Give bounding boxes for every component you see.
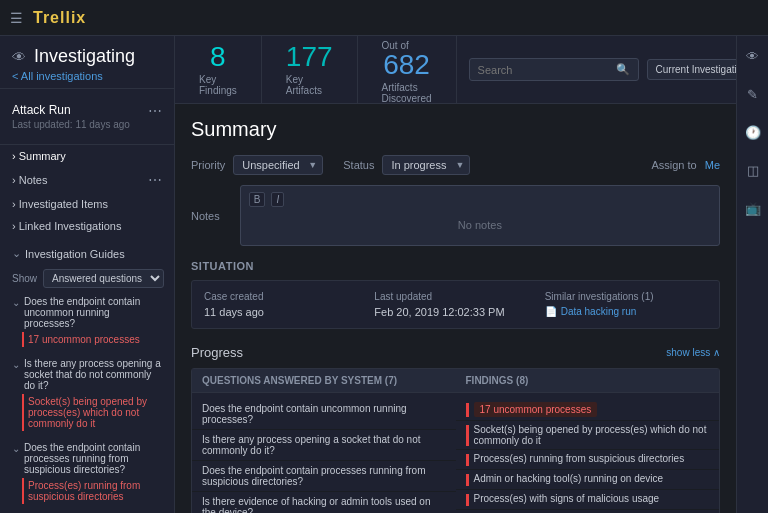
sidebar-item-investigated-items[interactable]: › Investigated Items xyxy=(0,193,174,215)
guide-chevron-icon-2: ⌄ xyxy=(12,359,20,370)
guide-item-1: ⌄ Does the endpoint contain uncommon run… xyxy=(0,292,174,354)
notes-section: Notes B I No notes xyxy=(191,185,720,246)
main-content: 8 Key Findings 177 Key Artifacts Out of … xyxy=(175,36,736,513)
icon-bar-grid[interactable]: ◫ xyxy=(741,158,765,182)
guide-question-1[interactable]: ⌄ Does the endpoint contain uncommon run… xyxy=(12,296,162,329)
case-created-value: 11 days ago xyxy=(204,306,366,318)
artifacts-discovered-label: Artifacts Discovered xyxy=(382,82,432,104)
similar-investigation-link[interactable]: 📄 Data hacking run xyxy=(545,306,707,317)
finding-bar-2 xyxy=(466,425,469,446)
finding-text-4: Admin or hacking tool(s) running on devi… xyxy=(474,473,664,484)
finding-bar-5 xyxy=(466,494,469,506)
icon-bar-edit[interactable]: ✎ xyxy=(741,82,765,106)
show-filter-label: Show xyxy=(12,273,37,284)
progress-q-3: Does the endpoint contain processes runn… xyxy=(192,461,456,492)
progress-title: Progress xyxy=(191,345,243,360)
progress-q-4: Is there evidence of hacking or admin to… xyxy=(192,492,456,513)
form-row-priority-status: Priority Unspecified Low Medium High Cri… xyxy=(191,155,720,175)
notes-toolbar: B I xyxy=(249,192,711,207)
sidebar-item-summary-label: › Summary xyxy=(12,150,66,162)
sidebar-item-notes-label: › Notes xyxy=(12,174,47,186)
last-updated-label: Last updated xyxy=(374,291,536,302)
notes-row: Notes B I No notes xyxy=(191,185,720,246)
guide-question-3[interactable]: ⌄ Does the endpoint contain processes ru… xyxy=(12,442,162,475)
guide-finding-3[interactable]: Process(es) running from suspicious dire… xyxy=(22,478,162,504)
sidebar-item-linked-investigations-label: › Linked Investigations xyxy=(12,220,121,232)
search-input-wrap: 🔍 xyxy=(469,58,639,81)
sidebar: 👁 Investigating < All investigations Att… xyxy=(0,36,175,513)
guide-question-text-1: Does the endpoint contain uncommon runni… xyxy=(24,296,162,329)
similar-investigations-col: Similar investigations (1) 📄 Data hackin… xyxy=(545,291,707,318)
attack-run-info: Attack Run Last updated: 11 days ago xyxy=(12,103,130,130)
progress-section: Progress show less ∧ Questions Answered … xyxy=(191,345,720,513)
icon-bar-eye[interactable]: 👁 xyxy=(741,44,765,68)
icon-bar-monitor[interactable]: 📺 xyxy=(741,196,765,220)
findings-col-header: Findings (8) xyxy=(456,369,720,393)
show-less-link[interactable]: show less ∧ xyxy=(666,347,720,358)
guide-finding-1[interactable]: 17 uncommon processes xyxy=(22,332,162,347)
finding-bar-4 xyxy=(466,474,469,486)
key-findings-block: 8 Key Findings xyxy=(175,36,262,103)
last-updated-value: Feb 20, 2019 12:02:33 PM xyxy=(374,306,536,318)
hamburger-icon[interactable]: ☰ xyxy=(10,10,23,26)
filter-select[interactable]: Answered questions All questions Unanswe… xyxy=(43,269,164,288)
progress-f-5: Process(es) with signs of malicious usag… xyxy=(456,490,720,510)
questions-col: Does the endpoint contain uncommon runni… xyxy=(192,393,456,513)
icon-bar-clock[interactable]: 🕐 xyxy=(741,120,765,144)
situation-grid: Case created 11 days ago Last updated Fe… xyxy=(191,280,720,329)
artifacts-discovered-value: 682 xyxy=(383,51,430,79)
case-created-label: Case created xyxy=(204,291,366,302)
investigation-guides-section: ⌄ Investigation Guides Show Answered que… xyxy=(0,237,174,513)
search-input[interactable] xyxy=(478,64,616,76)
situation-section: Situation Case created 11 days ago Last … xyxy=(191,260,720,329)
progress-header: Progress show less ∧ xyxy=(191,345,720,360)
key-artifacts-block: 177 Key Artifacts xyxy=(262,36,358,103)
guide-question-2[interactable]: ⌄ Is there any process opening a socket … xyxy=(12,358,162,391)
key-artifacts-label: Key Artifacts xyxy=(286,74,333,96)
sidebar-item-notes[interactable]: › Notes ⋯ xyxy=(0,167,174,193)
case-created-col: Case created 11 days ago xyxy=(204,291,366,318)
status-select[interactable]: In progress Open Closed Resolved xyxy=(382,155,470,175)
main-layout: 👁 Investigating < All investigations Att… xyxy=(0,36,768,513)
finding-text-2: Socket(s) being opened by process(es) wh… xyxy=(474,424,710,446)
status-label: Status xyxy=(343,159,374,171)
progress-q-1: Does the endpoint contain uncommon runni… xyxy=(192,399,456,430)
notes-tool-b[interactable]: B xyxy=(249,192,266,207)
sidebar-title: 👁 Investigating xyxy=(12,46,162,67)
icon-bar: 👁 ✎ 🕐 ◫ 📺 xyxy=(736,36,768,513)
sidebar-item-summary[interactable]: › Summary xyxy=(0,145,174,167)
investigation-guides-header[interactable]: ⌄ Investigation Guides xyxy=(0,242,174,265)
page-title: Summary xyxy=(191,118,720,141)
finding-bar-1 xyxy=(466,403,469,417)
all-investigations-link[interactable]: < All investigations xyxy=(12,70,162,82)
finding-text-5: Process(es) with signs of malicious usag… xyxy=(474,493,660,504)
search-area: 🔍 Current Investigation xyxy=(457,36,736,103)
assign-me-link[interactable]: Me xyxy=(705,159,720,171)
nav-section: › Summary › Notes ⋯ › Investigated Items… xyxy=(0,145,174,237)
guide-chevron-icon-1: ⌄ xyxy=(12,297,20,308)
progress-grid: Questions Answered by System (7) Finding… xyxy=(191,368,720,513)
sidebar-header: 👁 Investigating < All investigations xyxy=(0,36,174,89)
attack-run-section: Attack Run Last updated: 11 days ago ⋯ xyxy=(0,89,174,145)
progress-f-2: Socket(s) being opened by process(es) wh… xyxy=(456,421,720,450)
notes-editor[interactable]: B I No notes xyxy=(240,185,720,246)
attack-run-title: Attack Run xyxy=(12,103,130,117)
questions-col-header: Questions Answered by System (7) xyxy=(192,369,456,393)
current-investigation-button[interactable]: Current Investigation xyxy=(647,59,736,80)
more-options-icon[interactable]: ⋯ xyxy=(148,103,162,119)
last-updated-col: Last updated Feb 20, 2019 12:02:33 PM xyxy=(374,291,536,318)
sidebar-item-linked-investigations[interactable]: › Linked Investigations xyxy=(0,215,174,237)
priority-label: Priority xyxy=(191,159,225,171)
progress-f-1: 17 uncommon processes xyxy=(456,399,720,421)
priority-select[interactable]: Unspecified Low Medium High Critical xyxy=(233,155,323,175)
notes-tool-i[interactable]: I xyxy=(271,192,284,207)
logo: Trellix xyxy=(33,9,86,27)
progress-f-3: Process(es) running from suspicious dire… xyxy=(456,450,720,470)
finding-text-1: 17 uncommon processes xyxy=(474,402,598,417)
finding-text-3: Process(es) running from suspicious dire… xyxy=(474,453,685,464)
attack-run-header: Attack Run Last updated: 11 days ago ⋯ xyxy=(0,95,174,138)
notes-options-icon[interactable]: ⋯ xyxy=(148,172,162,188)
guide-question-text-2: Is there any process opening a socket th… xyxy=(24,358,162,391)
guide-finding-2[interactable]: Socket(s) being opened by process(es) wh… xyxy=(22,394,162,431)
similar-investigation-text: Data hacking run xyxy=(561,306,637,317)
